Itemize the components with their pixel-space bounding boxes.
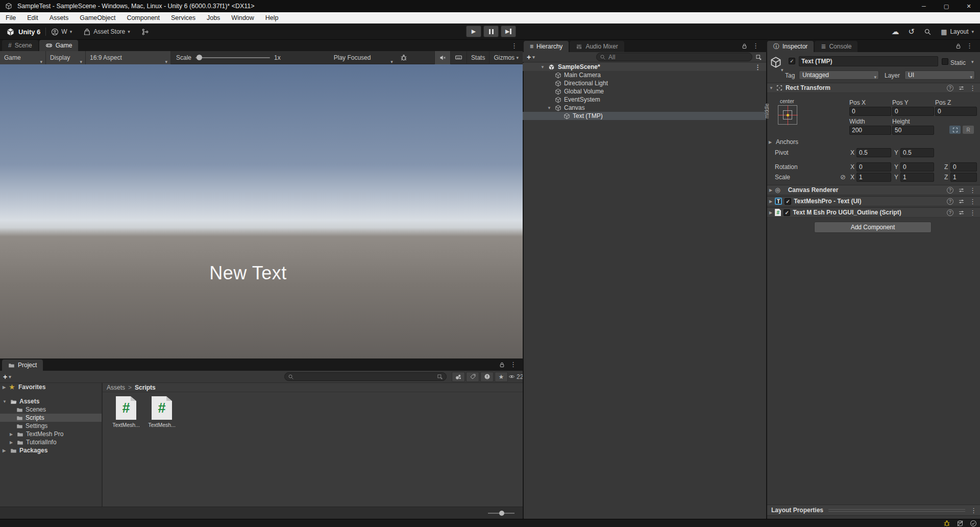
project-search-input[interactable] bbox=[284, 372, 447, 381]
asset-item-script-1[interactable]: # TextMesh... bbox=[112, 396, 140, 428]
menu-window[interactable]: Window bbox=[226, 14, 259, 21]
scene-menu-icon[interactable]: ⋮ bbox=[754, 63, 761, 71]
tree-item-tutorialinfo[interactable]: ▶ TutorialInfo bbox=[0, 438, 102, 446]
component-menu-icon[interactable]: ⋮ bbox=[969, 186, 976, 194]
pos-x-field[interactable]: 0 bbox=[849, 107, 891, 116]
raw-edit-mode-button[interactable]: R bbox=[963, 126, 974, 134]
pause-button[interactable] bbox=[483, 26, 499, 37]
version-control-button[interactable] bbox=[141, 28, 149, 36]
component-enabled-checkbox[interactable]: ✓ bbox=[785, 198, 791, 205]
zoom-slider-knob[interactable] bbox=[499, 511, 504, 516]
help-icon[interactable]: ? bbox=[947, 85, 953, 91]
maximize-button[interactable]: ▢ bbox=[935, 0, 958, 12]
display-dropdown[interactable]: Display 1▾ bbox=[46, 51, 86, 64]
menu-assets[interactable]: Assets bbox=[44, 14, 75, 21]
menu-component[interactable]: Component bbox=[121, 14, 165, 21]
link-scale-icon[interactable]: ⊘ bbox=[840, 173, 846, 181]
cache-server-icon[interactable] bbox=[957, 520, 964, 527]
menu-jobs[interactable]: Jobs bbox=[201, 14, 226, 21]
hierarchy-lock-icon[interactable] bbox=[741, 42, 748, 50]
play-focused-dropdown[interactable]: Play Focused▾ bbox=[330, 51, 396, 64]
minimize-button[interactable]: ─ bbox=[913, 0, 935, 12]
tab-project[interactable]: Project bbox=[2, 360, 43, 371]
layout-properties-bar[interactable]: Layout Properties ⋮ bbox=[767, 505, 980, 516]
debugger-bug-icon[interactable] bbox=[943, 520, 950, 527]
play-button[interactable]: ▶ bbox=[466, 26, 481, 37]
close-button[interactable]: ✕ bbox=[958, 0, 980, 12]
help-icon[interactable]: ? bbox=[947, 209, 953, 216]
component-menu-icon[interactable]: ⋮ bbox=[969, 198, 976, 205]
foldout-arrow-icon[interactable]: ▼ bbox=[547, 106, 551, 110]
height-field[interactable]: 50 bbox=[892, 126, 934, 135]
tree-item-packages[interactable]: ▶ Packages bbox=[0, 446, 102, 454]
canvas-renderer-header[interactable]: ▶ ◎ Canvas Renderer ? ⋮ bbox=[767, 185, 980, 195]
foldout-arrow-icon[interactable]: ▶ bbox=[769, 188, 772, 193]
pivot-x-field[interactable]: 0.5 bbox=[856, 148, 891, 157]
blueprint-mode-button[interactable] bbox=[949, 126, 961, 134]
textmeshpro-header[interactable]: ▶ T ✓ TextMeshPro - Text (UI) ? ⋮ bbox=[767, 196, 980, 206]
asset-store-dropdown[interactable]: Asset Store ▾ bbox=[83, 28, 130, 36]
project-lock-icon[interactable] bbox=[499, 361, 505, 368]
hierarchy-item-directional-light[interactable]: Directional Light bbox=[523, 79, 766, 87]
tree-item-scenes[interactable]: Scenes bbox=[0, 405, 102, 414]
help-icon[interactable]: ? bbox=[947, 187, 953, 194]
picker-icon[interactable] bbox=[755, 54, 762, 61]
static-checkbox[interactable] bbox=[942, 58, 948, 65]
add-component-button[interactable]: Add Component bbox=[814, 222, 932, 233]
scale-z-field[interactable]: 1 bbox=[950, 173, 977, 182]
presets-icon[interactable] bbox=[958, 209, 965, 216]
rotation-x-field[interactable]: 0 bbox=[856, 162, 891, 172]
tree-item-favorites[interactable]: ▶ ★ Favorites bbox=[0, 383, 102, 391]
presets-icon[interactable] bbox=[958, 198, 965, 205]
tab-scene[interactable]: # Scene bbox=[2, 40, 38, 51]
thumbnail-zoom-slider[interactable] bbox=[488, 513, 514, 514]
search-importlog-button[interactable] bbox=[480, 372, 494, 382]
foldout-arrow-icon[interactable]: ▶ bbox=[769, 210, 772, 215]
search-by-type-button[interactable] bbox=[452, 372, 465, 382]
tree-item-assets[interactable]: ▼ Assets bbox=[0, 397, 102, 405]
width-field[interactable]: 200 bbox=[849, 126, 891, 135]
foldout-arrow-icon[interactable]: ▶ bbox=[10, 432, 13, 437]
step-button[interactable]: ▶ bbox=[501, 26, 516, 37]
help-icon[interactable]: ? bbox=[947, 198, 953, 205]
search-by-label-button[interactable] bbox=[466, 372, 479, 382]
project-panel-menu-icon[interactable]: ⋮ bbox=[510, 361, 517, 368]
hierarchy-item-text-tmp[interactable]: Text (TMP) bbox=[523, 112, 766, 120]
aspect-ratio-dropdown[interactable]: 16:9 Aspect▾ bbox=[86, 51, 171, 64]
gizmos-dropdown[interactable]: Gizmos ▾ bbox=[489, 51, 523, 64]
tab-game[interactable]: Game bbox=[39, 40, 79, 51]
hierarchy-item-global-volume[interactable]: Global Volume bbox=[523, 87, 766, 95]
favorite-search-button[interactable]: ★ bbox=[495, 372, 508, 382]
picker-icon[interactable] bbox=[437, 374, 443, 380]
tab-audio-mixer[interactable]: Audio Mixer bbox=[570, 41, 624, 52]
tree-item-settings[interactable]: Settings bbox=[0, 422, 102, 430]
presets-icon[interactable] bbox=[958, 85, 965, 91]
component-menu-icon[interactable]: ⋮ bbox=[969, 209, 976, 217]
foldout-arrow-icon[interactable]: ▶ bbox=[769, 140, 772, 145]
asset-item-script-2[interactable]: # TextMesh... bbox=[148, 396, 176, 428]
vsync-button[interactable] bbox=[450, 51, 467, 64]
foldout-arrow-icon[interactable]: ▶ bbox=[10, 440, 13, 445]
hierarchy-item-canvas[interactable]: ▼ Canvas bbox=[523, 104, 766, 112]
game-panel-menu-icon[interactable]: ⋮ bbox=[511, 42, 518, 50]
menu-gameobject[interactable]: GameObject bbox=[74, 14, 121, 21]
scale-slider-knob[interactable] bbox=[197, 55, 202, 60]
pos-y-field[interactable]: 0 bbox=[892, 107, 934, 116]
menu-edit[interactable]: Edit bbox=[21, 14, 44, 21]
hierarchy-item-scene[interactable]: ▼ SampleScene* ⋮ bbox=[523, 63, 766, 71]
stats-button[interactable]: Stats bbox=[467, 51, 489, 64]
hierarchy-item-main-camera[interactable]: Main Camera bbox=[523, 71, 766, 79]
anchor-preset-widget[interactable] bbox=[778, 105, 797, 125]
account-dropdown[interactable]: W ▾ bbox=[51, 28, 72, 36]
tree-item-textmesh-pro[interactable]: ▶ TextMesh Pro bbox=[0, 430, 102, 438]
rect-transform-header[interactable]: ▼ Rect Transform ? ⋮ bbox=[767, 83, 980, 93]
tab-console[interactable]: ≣ Console bbox=[815, 41, 857, 52]
gameobject-name-field[interactable]: Text (TMP) bbox=[799, 56, 938, 66]
project-add-button[interactable]: +▾ bbox=[3, 373, 11, 381]
component-enabled-checkbox[interactable]: ✓ bbox=[783, 209, 790, 216]
pivot-y-field[interactable]: 0.5 bbox=[900, 148, 934, 157]
mute-audio-button[interactable] bbox=[434, 51, 450, 64]
chevron-down-icon[interactable]: ▾ bbox=[781, 67, 783, 73]
tag-dropdown[interactable]: Untagged▾ bbox=[799, 70, 879, 80]
breadcrumb-current[interactable]: Scripts bbox=[135, 384, 156, 391]
